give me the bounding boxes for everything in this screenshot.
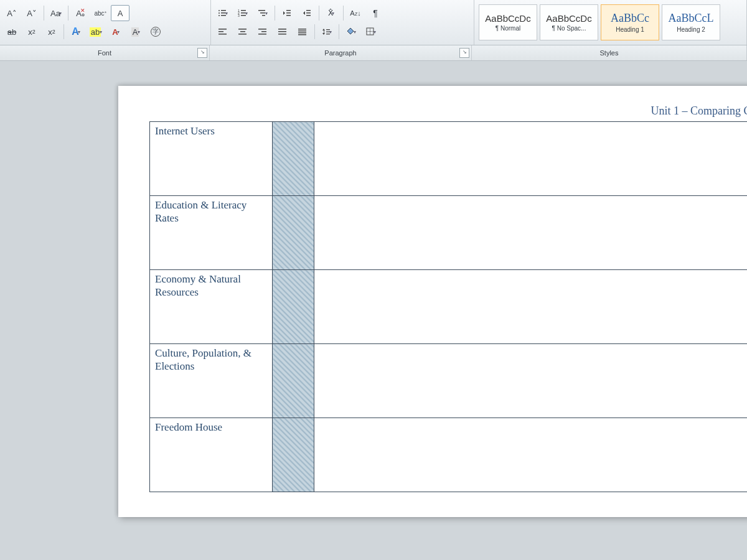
sort-button[interactable]: AZ↓ [346,5,365,21]
svg-rect-32 [278,34,286,35]
strikethrough-button[interactable]: ab [2,24,21,40]
svg-rect-24 [238,29,247,30]
svg-rect-41 [367,28,374,35]
decrease-indent-button[interactable] [278,5,296,21]
distribute-button[interactable] [293,24,312,40]
svg-rect-26 [238,34,247,35]
superscript-button[interactable]: x2 [42,24,61,40]
row-marker[interactable] [273,122,314,196]
borders-button[interactable]: ▾ [362,24,380,40]
paragraph-label: Paragraph↘ [210,45,472,60]
svg-rect-16 [286,12,291,14]
multilevel-list-button[interactable]: ▾ [253,5,272,21]
svg-rect-12 [258,10,265,11]
row-marker[interactable] [273,418,314,492]
line-spacing-button[interactable]: ▾ [317,24,336,40]
svg-rect-35 [298,32,306,34]
table-row: Culture, Population, & Elections [150,344,748,418]
font-dialog-launcher-icon[interactable]: ↘ [197,48,207,58]
svg-rect-37 [324,30,324,33]
styles-group: AaBbCcDc ¶ Normal AaBbCcDc ¶ No Spac... … [474,0,747,45]
align-left-button[interactable] [214,24,232,40]
svg-point-0 [218,10,220,11]
row-content[interactable] [314,270,748,344]
row-label[interactable]: Internet Users [150,122,273,196]
table-row: Economy & Natural Resources [150,270,748,344]
document-area[interactable]: Unit 1 – Comparing Governments Mod Inter… [0,61,747,560]
numbering-button[interactable]: 123▾ [233,5,252,21]
paragraph-group: ▾ 123▾ ▾ X̂▾ AZ↓ ¶ ▾ ▾ ▾ [211,0,474,45]
document-header: Unit 1 – Comparing Governments Mod [149,105,747,118]
font-label: Font↘ [0,45,210,60]
font-color-button[interactable]: A▾ [106,24,125,40]
row-marker[interactable] [273,344,314,418]
svg-rect-20 [306,15,311,16]
svg-rect-25 [240,31,245,32]
row-content[interactable] [314,122,748,196]
bullets-button[interactable]: ▾ [214,5,232,21]
text-effects-button[interactable]: A▾ [67,24,85,40]
row-content[interactable] [314,344,748,418]
svg-rect-21 [218,29,227,30]
show-marks-button[interactable]: ¶ [366,5,385,21]
table-row: Freedom House [150,418,748,492]
svg-rect-31 [278,31,286,32]
svg-rect-23 [218,34,227,35]
font-group: A˄ A˅ Aa▾ Aₒ✕ abcᵃ A ab x2 x2 A▾ ab▾ A▾ … [0,0,211,45]
svg-point-2 [218,12,220,14]
row-marker[interactable] [273,196,314,270]
align-center-button[interactable] [233,24,252,40]
svg-rect-19 [306,12,311,14]
comparison-table[interactable]: Internet Users Education & Literacy Rate… [149,121,747,492]
paragraph-dialog-launcher-icon[interactable]: ↘ [459,48,469,58]
svg-rect-22 [218,31,223,32]
row-label[interactable]: Freedom House [150,418,273,492]
svg-rect-36 [298,34,306,35]
svg-rect-13 [260,12,265,14]
row-content[interactable] [314,418,748,492]
grow-font-button[interactable]: A˄ [2,5,21,21]
ribbon: A˄ A˅ Aa▾ Aₒ✕ abcᵃ A ab x2 x2 A▾ ab▾ A▾ … [0,0,747,45]
svg-text:3: 3 [238,14,240,17]
svg-rect-34 [298,30,306,32]
table-row: Education & Literacy Rates [150,196,748,270]
svg-rect-30 [278,29,286,30]
svg-rect-17 [286,15,291,16]
page[interactable]: Unit 1 – Comparing Governments Mod Inter… [118,86,747,517]
svg-rect-28 [261,31,266,32]
row-marker[interactable] [273,270,314,344]
subscript-button[interactable]: x2 [22,24,41,40]
align-right-button[interactable] [253,24,272,40]
ribbon-labels: Font↘ Paragraph↘ Styles [0,45,747,61]
style-normal[interactable]: AaBbCcDc ¶ Normal [479,4,537,40]
change-case-button[interactable]: Aa▾ [47,5,65,21]
highlight-button[interactable]: ab▾ [87,24,105,40]
increase-indent-button[interactable] [298,5,316,21]
svg-rect-33 [298,29,306,30]
row-label[interactable]: Culture, Population, & Elections [150,344,273,418]
row-content[interactable] [314,196,748,270]
asian-layout-button[interactable]: X̂▾ [322,5,341,21]
styles-label: Styles [472,45,747,60]
svg-rect-29 [258,34,266,35]
shading-button[interactable]: ▾ [342,24,360,40]
char-shading-button[interactable]: A▾ [126,24,145,40]
style-no-spacing[interactable]: AaBbCcDc ¶ No Spac... [540,4,598,40]
svg-rect-27 [258,29,266,30]
phonetic-guide-button[interactable]: abcᵃ [91,5,110,21]
table-row: Internet Users [150,122,748,196]
justify-button[interactable] [273,24,292,40]
svg-rect-18 [306,10,311,11]
clear-format-button[interactable]: Aₒ✕ [71,5,90,21]
svg-rect-15 [286,10,291,11]
row-label[interactable]: Education & Literacy Rates [150,196,273,270]
style-heading1[interactable]: AaBbCc Heading 1 [601,4,659,40]
row-label[interactable]: Economy & Natural Resources [150,270,273,344]
style-heading2[interactable]: AaBbCcL Heading 2 [662,4,720,40]
enclose-char-button[interactable]: 字 [146,24,165,40]
svg-point-4 [218,15,220,16]
shrink-font-button[interactable]: A˅ [22,5,41,21]
char-border-button[interactable]: A [111,5,129,21]
